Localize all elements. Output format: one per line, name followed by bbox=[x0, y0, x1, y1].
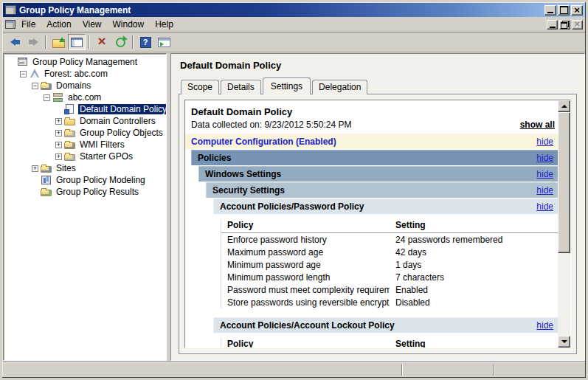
table-cell: Password must meet complexity requiremen… bbox=[221, 284, 390, 296]
forward-icon bbox=[29, 38, 38, 46]
tree-item-label[interactable]: Sites bbox=[55, 163, 77, 173]
export-list-icon bbox=[158, 38, 170, 47]
domain-icon bbox=[52, 92, 64, 103]
tree-item-label[interactable]: Group Policy Results bbox=[55, 187, 140, 197]
plus-expander-icon[interactable]: + bbox=[32, 165, 38, 172]
toolbar bbox=[3, 32, 585, 52]
menu-window[interactable]: Window bbox=[108, 18, 150, 32]
plus-expander-icon[interactable]: + bbox=[55, 118, 62, 125]
vertical-scrollbar[interactable] bbox=[558, 100, 570, 348]
minus-expander-icon[interactable]: − bbox=[32, 83, 38, 89]
minus-expander-icon[interactable]: − bbox=[44, 94, 50, 101]
menu-view[interactable]: View bbox=[77, 18, 107, 32]
tree-item-label[interactable]: Group Policy Objects bbox=[78, 128, 165, 138]
table-cell: Store passwords using reversible encrypt… bbox=[221, 297, 390, 308]
tree-item-group-policy-objects[interactable]: +Group Policy Objects bbox=[4, 127, 166, 139]
hide-link[interactable]: hide bbox=[536, 185, 553, 196]
tree-item-wmi-filters[interactable]: +WMI Filters bbox=[4, 139, 166, 151]
mdi-minimize-icon[interactable] bbox=[547, 20, 558, 30]
console-tree-icon bbox=[71, 38, 83, 47]
table-row: Maximum password age42 days bbox=[221, 246, 558, 258]
plus-expander-icon[interactable]: + bbox=[55, 153, 62, 160]
maximize-icon[interactable] bbox=[558, 5, 570, 15]
menu-action[interactable]: Action bbox=[41, 18, 76, 32]
scroll-up-icon[interactable] bbox=[558, 100, 570, 112]
sites-folder-icon bbox=[41, 163, 52, 173]
hide-link[interactable]: hide bbox=[536, 169, 553, 179]
scrollbar-track[interactable] bbox=[558, 253, 570, 336]
tree-item-starter-gpos[interactable]: +Starter GPOs bbox=[4, 151, 166, 162]
tree-item-group-policy-management[interactable]: Group Policy Management bbox=[4, 56, 166, 68]
tab-scope[interactable]: Scope bbox=[181, 80, 219, 94]
title-bar: Group Policy Management bbox=[3, 3, 585, 17]
menu-help[interactable]: Help bbox=[150, 18, 179, 32]
tree-item-domain-controllers[interactable]: +Domain Controllers bbox=[4, 115, 166, 127]
scroll-down-icon[interactable] bbox=[558, 336, 570, 348]
tab-delegation[interactable]: Delegation bbox=[312, 80, 367, 94]
tree-item-label[interactable]: WMI Filters bbox=[78, 139, 126, 150]
plus-expander-icon[interactable]: + bbox=[55, 142, 62, 148]
table-cell: Maximum password age bbox=[221, 246, 390, 258]
tree-item-label[interactable]: Forest: abc.com bbox=[43, 69, 109, 79]
table-header-cell: Policy bbox=[221, 219, 390, 233]
section-label: Computer Configuration (Enabled) bbox=[191, 137, 336, 147]
help-button[interactable] bbox=[136, 34, 154, 50]
tree-item-label[interactable]: Default Domain Policy bbox=[78, 104, 167, 114]
mdi-child-icon[interactable] bbox=[5, 20, 15, 29]
account-lockout-table: PolicySettingAccount lockout threshold0 … bbox=[221, 338, 558, 348]
plus-expander-icon[interactable]: + bbox=[55, 130, 62, 137]
tree-item-domains[interactable]: −Domains bbox=[4, 80, 166, 91]
hide-link[interactable]: hide bbox=[536, 320, 553, 331]
tree-item-group-policy-modeling[interactable]: Group Policy Modeling bbox=[4, 174, 166, 186]
folder-icon bbox=[64, 116, 76, 126]
table-row: Password must meet complexity requiremen… bbox=[221, 283, 558, 296]
table-header-row: PolicySetting bbox=[221, 338, 558, 348]
table-header-cell: Policy bbox=[221, 338, 390, 348]
tree-item-group-policy-results[interactable]: Group Policy Results bbox=[4, 186, 166, 198]
domains-folder-icon bbox=[41, 80, 52, 91]
table-cell: Disabled bbox=[390, 297, 558, 308]
minimize-icon[interactable] bbox=[544, 5, 556, 15]
tab-settings[interactable]: Settings bbox=[263, 77, 311, 94]
section-label: Windows Settings bbox=[205, 169, 281, 179]
tree-item-label[interactable]: Group Policy Modeling bbox=[55, 175, 147, 185]
show-console-tree-button[interactable] bbox=[68, 34, 86, 50]
tree-item-label[interactable]: Domains bbox=[55, 80, 92, 91]
password-policy-table: PolicySettingEnforce password history24 … bbox=[221, 219, 558, 308]
hide-link[interactable]: hide bbox=[536, 137, 553, 147]
back-icon bbox=[10, 38, 20, 46]
menu-file[interactable]: File bbox=[16, 18, 41, 32]
tree-item-sites[interactable]: +Sites bbox=[4, 162, 166, 174]
mdi-restore-icon[interactable] bbox=[559, 20, 570, 30]
section-label: Security Settings bbox=[212, 185, 285, 196]
forward-button[interactable] bbox=[24, 34, 42, 50]
table-cell: Enforce password history bbox=[221, 234, 390, 246]
mdi-window-controls bbox=[547, 20, 583, 30]
minus-expander-icon[interactable]: − bbox=[20, 71, 27, 77]
tree-item-abc-com[interactable]: −abc.com bbox=[4, 91, 166, 103]
settings-report: Default Domain Policy Data collected on:… bbox=[185, 100, 558, 348]
tree-item-forest-abc-com[interactable]: −Forest: abc.com bbox=[4, 68, 166, 80]
section-policies: Policies hide bbox=[191, 150, 558, 165]
back-button[interactable] bbox=[6, 34, 24, 50]
tree-item-label[interactable]: Group Policy Management bbox=[31, 57, 139, 67]
close-icon[interactable] bbox=[571, 5, 583, 15]
show-all-link[interactable]: show all bbox=[520, 120, 555, 130]
up-one-level-button[interactable] bbox=[49, 34, 67, 50]
tree-item-label[interactable]: Domain Controllers bbox=[78, 116, 157, 126]
tree-item-label[interactable]: abc.com bbox=[66, 92, 103, 103]
table-cell: 1 days bbox=[390, 259, 558, 271]
tree-item-default-domain-policy[interactable]: Default Domain Policy bbox=[4, 103, 166, 115]
delete-button[interactable] bbox=[93, 34, 111, 50]
hide-link[interactable]: hide bbox=[536, 201, 553, 212]
scrollbar-thumb[interactable] bbox=[558, 112, 570, 253]
mdi-close-icon bbox=[572, 20, 583, 30]
tree-item-label[interactable]: Starter GPOs bbox=[78, 151, 134, 162]
hide-link[interactable]: hide bbox=[536, 153, 553, 163]
refresh-button[interactable] bbox=[111, 34, 129, 50]
section-computer-configuration: Computer Configuration (Enabled) hide bbox=[185, 134, 558, 149]
section-windows-settings: Windows Settings hide bbox=[198, 166, 558, 182]
tab-details[interactable]: Details bbox=[221, 80, 261, 94]
gpmc-window: Group Policy Management File Action View… bbox=[0, 0, 588, 380]
export-list-button[interactable] bbox=[155, 34, 173, 50]
